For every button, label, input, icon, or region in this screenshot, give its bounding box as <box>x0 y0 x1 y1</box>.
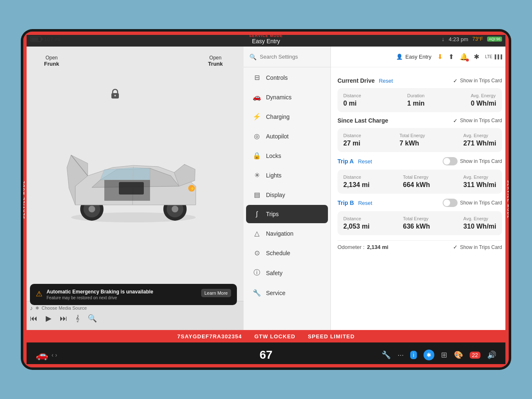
notification-text: Automatic Emergency Braking is unavailab… <box>47 289 197 300</box>
profile-section[interactable]: 👤 Easy Entry <box>396 54 431 60</box>
trip-a-header: Trip A Reset Show in Trips Card <box>337 157 502 165</box>
trip-a-avg-energy-label: Avg. Energy <box>463 175 496 180</box>
trip-a-show-trips: Show in Trips Card <box>443 157 502 165</box>
up-icon[interactable]: ⬆ <box>448 53 454 61</box>
since-charge-check-icon: ✓ <box>453 118 458 124</box>
main-content: Open Frunk Open Trunk <box>23 47 509 330</box>
odometer-show-trips: ✓ Show in Trips Card <box>453 244 502 250</box>
service-label: Service <box>266 290 286 296</box>
next-button[interactable]: ⏭ <box>60 314 67 323</box>
current-drive-show-label: Show in Trips Card <box>460 78 502 84</box>
menu-item-display[interactable]: ▤ Display <box>246 185 328 204</box>
navigation-label: Navigation <box>266 230 293 237</box>
bottom-car-icon[interactable]: 🚗 <box>36 349 48 361</box>
trip-a-reset[interactable]: Reset <box>358 158 372 165</box>
slc-total-energy-label: Total Energy <box>399 133 425 138</box>
service-bar: 7SAYGDEF7RA302354 GTW LOCKED SPEED LIMIT… <box>23 330 509 342</box>
service-border-bottom <box>23 364 509 367</box>
trip-b-avg-energy-cell: Avg. Energy 310 Wh/mi <box>463 216 496 230</box>
learn-more-button[interactable]: Learn More <box>201 289 231 297</box>
current-drive-header: Current Drive Reset ✓ Show in Trips Card <box>337 77 502 84</box>
menu-item-charging[interactable]: ⚡ Charging <box>246 107 328 126</box>
car-visual-area: Open Frunk Open Trunk <box>23 47 244 301</box>
vin-text: 7SAYGDEF7RA302354 <box>177 333 242 340</box>
media-source-label[interactable]: Choose Media Source <box>42 305 87 310</box>
menu-item-controls[interactable]: ⊟ Controls <box>246 68 328 87</box>
odometer-show-label: Show in Trips Card <box>460 244 502 250</box>
bluetooth-bottom-icon[interactable]: ✱ <box>424 350 434 360</box>
play-button[interactable]: ▶ <box>46 314 52 323</box>
mileage-display: 107 mi <box>30 36 60 42</box>
menu-item-dynamics[interactable]: 🚗 Dynamics <box>246 88 328 106</box>
menu-item-safety[interactable]: ⓘ Safety <box>246 263 328 283</box>
trip-a-title: Trip A <box>337 158 354 165</box>
svg-text:⚡: ⚡ <box>190 186 195 191</box>
slc-avg-energy-label: Avg. Energy <box>463 133 496 138</box>
menu-item-trips[interactable]: ∫ Trips <box>246 205 328 223</box>
controls-label: Controls <box>266 74 288 81</box>
bell-icon[interactable]: 🔔 <box>460 53 468 61</box>
odometer-value: 2,134 mi <box>367 244 388 250</box>
schedule-label: Schedule <box>266 250 290 256</box>
safety-label: Safety <box>266 270 283 276</box>
odometer-check-icon: ✓ <box>453 244 458 250</box>
trip-b-total-energy-cell: Total Energy 636 kWh <box>403 216 430 230</box>
svg-point-8 <box>172 206 178 212</box>
search-input[interactable] <box>260 54 330 60</box>
bluetooth-icon[interactable]: ✱ <box>474 53 479 61</box>
charging-label: Charging <box>266 113 290 120</box>
wrench-icon[interactable]: 🔧 <box>382 350 391 360</box>
trip-a-total-energy-value: 664 kWh <box>403 181 430 189</box>
search-bar: 🔍 <box>244 47 330 67</box>
apps-icon[interactable]: 🎨 <box>454 350 463 360</box>
volume-icon[interactable]: 🔊 <box>487 350 496 360</box>
open-frunk-label[interactable]: Open Frunk <box>44 55 59 67</box>
menu-item-lights[interactable]: ✳ Lights <box>246 166 328 185</box>
svg-point-5 <box>89 206 95 212</box>
current-distance-value: 0 mi <box>343 100 361 107</box>
open-trunk-label[interactable]: Open Trunk <box>208 55 223 67</box>
prev-button[interactable]: ⏮ <box>30 314 37 323</box>
since-last-charge-title: Since Last Charge <box>337 117 388 124</box>
equalizer-button[interactable]: 𝄞 <box>76 315 79 322</box>
odometer-label: Odometer : <box>337 244 365 250</box>
slc-distance-label: Distance <box>343 133 361 138</box>
trip-a-avg-energy-cell: Avg. Energy 311 Wh/mi <box>463 175 496 189</box>
download-header-icon[interactable]: ⬇ <box>437 53 443 61</box>
emergency-notification: ⚠ Automatic Emergency Braking is unavail… <box>30 284 237 305</box>
grid-icon[interactable]: ⊞ <box>441 350 447 360</box>
trip-a-distance-label: Distance <box>343 175 369 180</box>
trip-b-distance-value: 2,053 mi <box>343 223 369 230</box>
menu-item-autopilot[interactable]: ◎ Autopilot <box>246 127 328 145</box>
media-player: ♪ ✱ Choose Media Source ⏮ ▶ ⏭ 𝄞 🔍 <box>23 301 244 330</box>
display-icon: ▤ <box>253 191 261 199</box>
left-panel: Open Frunk Open Trunk <box>23 47 244 330</box>
info-icon[interactable]: i <box>410 351 416 359</box>
top-bar-left: 107 mi <box>30 36 60 42</box>
menu-item-navigation[interactable]: △ Navigation <box>246 224 328 243</box>
menu-item-locks[interactable]: 🔒 Locks <box>246 146 328 165</box>
download-icon: ↓ <box>442 36 445 42</box>
current-energy-value: 0 Wh/mi <box>471 100 496 107</box>
slc-avg-energy-cell: Avg. Energy 271 Wh/mi <box>463 133 496 147</box>
current-energy-label: Avg. Energy <box>471 93 496 98</box>
bottom-arrows: ‹ › <box>52 352 57 358</box>
battery-fill <box>31 37 38 41</box>
calendar-icon[interactable]: 22 <box>470 352 480 359</box>
slc-distance-value: 27 mi <box>343 140 361 147</box>
autopilot-icon: ◎ <box>253 132 261 140</box>
more-icon[interactable]: ··· <box>397 351 404 360</box>
trip-b-reset[interactable]: Reset <box>358 200 372 206</box>
search-media-button[interactable]: 🔍 <box>88 314 97 323</box>
current-drive-reset[interactable]: Reset <box>379 78 393 84</box>
slc-avg-energy-value: 271 Wh/mi <box>463 140 496 147</box>
trip-b-toggle[interactable] <box>443 199 458 207</box>
trip-a-toggle[interactable] <box>443 157 458 165</box>
search-icon: 🔍 <box>249 54 256 60</box>
since-charge-show-label: Show in Trips Card <box>460 118 502 123</box>
current-distance-label: Distance <box>343 93 361 98</box>
top-bar-center: SERVICE MODE Easy Entry <box>249 34 283 44</box>
menu-item-service[interactable]: 🔧 Service <box>246 283 328 302</box>
current-duration-label: Duration <box>407 93 425 98</box>
menu-item-schedule[interactable]: ⊙ Schedule <box>246 244 328 262</box>
